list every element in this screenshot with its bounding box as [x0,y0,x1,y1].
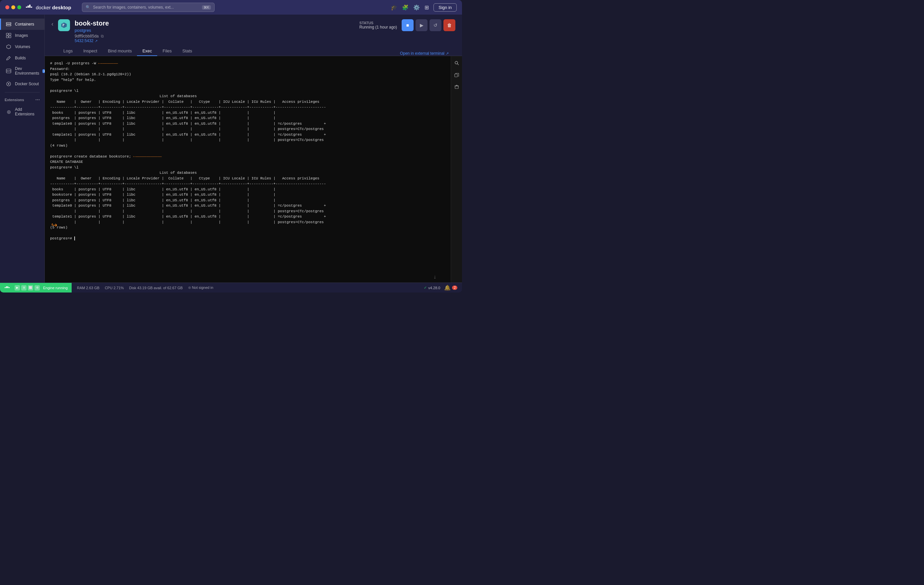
disk-stat: Disk 43.19 GB avail. of 62.67 GB [129,286,182,290]
docker-whale-icon [25,4,35,11]
back-button[interactable]: ‹ [51,21,53,28]
docker-text-label: docker [36,5,51,10]
search-bar[interactable]: 🔍 Search for images, containers, volumes… [82,3,214,12]
tab-inspect[interactable]: Inspect [78,46,102,56]
delete-button[interactable]: 🗑 [444,19,455,31]
content-area: ‹ P book-store postgres 9dff9cbb85da ⧉ [45,15,462,283]
terminal-row-postgres-2: postgres | postgres | UTF8 | libc | en_U… [50,198,276,202]
tab-stats[interactable]: Stats [177,46,198,56]
terminal[interactable]: # psql -U postgres -W ←———————— Password… [45,56,451,283]
svg-rect-1 [28,6,29,7]
sidebar-item-containers[interactable]: Containers [0,18,45,30]
builds-icon [6,55,12,61]
terminal-rows-count-1: (4 rows) [50,143,68,148]
tab-exec[interactable]: Exec [137,46,157,56]
terminal-row-template0-cont-2: | | | | | | | | postgres=CTc/postgres [50,209,324,213]
engine-settings-btn[interactable]: ⚙ [35,285,40,290]
copy-id-icon[interactable]: ⧉ [101,34,104,38]
statusbar-right: ✓ v4.28.0 🔔 2 [424,285,457,291]
terminal-clear-icon[interactable] [452,82,461,91]
engine-pause-btn[interactable]: ⏸ [21,285,26,290]
settings-icon[interactable]: ⚙️ [413,4,420,11]
scroll-down-arrow[interactable]: ↓ [434,274,436,280]
terminal-row-template1-2: template1 | postgres | UTF8 | libc | en_… [50,214,326,219]
tab-logs[interactable]: Logs [58,46,78,56]
search-icon: 🔍 [86,5,91,10]
terminal-row-template0-2: template0 | postgres | UTF8 | libc | en_… [50,204,326,208]
container-icon: P [58,19,70,31]
curve-arrow-annotation: ↩ [51,221,58,229]
extensions-more-button[interactable]: ⋯ [35,97,40,102]
sidebar-item-builds[interactable]: Builds [0,53,45,64]
start-button[interactable]: ▶ [416,19,427,31]
add-extensions-label: Add Extensions [15,107,40,116]
sidebar-divider [5,92,40,92]
sidebar-item-docker-scout-label: Docker Scout [15,82,39,86]
arrow-2: ←———————————— [131,155,162,158]
sidebar-item-dev-environments[interactable]: Dev Environments BETA [0,64,45,78]
terminal-container: # psql -U postgres -W ←———————— Password… [45,56,451,283]
stop-button[interactable]: ■ [402,19,414,31]
tabs: Logs Inspect Bind mounts Exec Files Stat… [51,43,455,56]
terminal-create-cmd: postgres=# create database bookstore; [50,155,131,158]
terminal-row-postgres-1: postgres | postgres | UTF8 | libc | en_U… [50,116,276,120]
minimize-button[interactable] [11,5,15,9]
docker-icon-statusbar [4,285,10,291]
terminal-line-4: Type "help" for help. [50,78,96,82]
terminal-prompt-3: postgres=# \l [50,165,79,170]
notifications[interactable]: 🔔 2 [444,285,457,291]
extensions-icon[interactable]: 🧩 [402,4,409,11]
restart-button[interactable]: ↺ [429,19,441,31]
sidebar-item-volumes[interactable]: Volumes [0,41,45,53]
svg-rect-26 [7,286,8,287]
docker-scout-icon [6,81,12,87]
container-port[interactable]: 5432:5432 ↗ [74,38,355,43]
svg-rect-6 [29,5,31,6]
engine-display-btn[interactable]: ⬜ [28,285,33,290]
search-shortcut: ⌘K [202,5,211,10]
version-text: v4.28.0 [428,286,440,290]
search-placeholder: Search for images, containers, volumes, … [93,5,199,10]
main-layout: Containers Images Volumes [0,15,462,283]
sidebar-item-dev-env-label: Dev Environments [15,66,39,76]
maximize-button[interactable] [17,5,21,9]
terminal-row-template1: template1 | postgres | UTF8 | libc | en_… [50,133,326,137]
learn-icon[interactable]: 🎓 [391,4,397,11]
extensions-label: Extensions [5,98,35,102]
sidebar-item-docker-scout[interactable]: Docker Scout [0,78,45,89]
close-button[interactable] [5,5,9,9]
terminal-copy-icon[interactable] [452,71,461,79]
tab-files[interactable]: Files [157,46,177,56]
sidebar-item-volumes-label: Volumes [15,44,30,49]
grid-icon[interactable]: ⊞ [424,4,429,11]
terminal-line-3: psql (16.2 (Debian 16.2-1.pgdg120+2)) [50,72,131,76]
container-controls: ■ ▶ ↺ 🗑 [402,19,455,31]
sidebar-item-add-extensions[interactable]: ⊕ Add Extensions [0,104,45,119]
terminal-row-books-2: books | postgres | UTF8 | libc | en_US.u… [50,187,276,191]
dev-env-icon [6,68,12,74]
sidebar-item-containers-label: Containers [15,22,34,26]
sidebar-item-builds-label: Builds [15,56,26,60]
container-image-link[interactable]: postgres [74,28,91,33]
terminal-search-icon[interactable] [452,59,461,67]
signin-button[interactable]: Sign in [434,3,457,12]
open-external-link[interactable]: Open in external terminal ↗ [400,51,449,56]
svg-rect-9 [6,33,8,35]
notification-count: 2 [452,285,457,290]
open-external-text: Open in external terminal [400,51,444,56]
terminal-create-result: CREATE DATABASE [50,160,83,164]
tab-bind-mounts[interactable]: Bind mounts [102,46,137,56]
terminal-sidebar [451,56,462,283]
terminal-prompt-2: postgres=# \l [50,89,79,93]
port-text: 5432:5432 [74,38,94,43]
engine-controls: ▶ ⏸ ⬜ ⚙ [15,285,40,290]
extensions-header: Extensions ⋯ [0,95,45,104]
container-header: ‹ P book-store postgres 9dff9cbb85da ⧉ [45,15,462,56]
titlebar-actions: 🎓 🧩 ⚙️ ⊞ Sign in [391,3,457,12]
not-signed-in-text: Not signed in [192,285,213,290]
engine-play-btn[interactable]: ▶ [15,285,20,290]
sidebar-item-images[interactable]: Images [0,30,45,41]
svg-rect-27 [7,287,8,288]
svg-rect-3 [29,6,31,7]
svg-rect-5 [31,7,32,8]
